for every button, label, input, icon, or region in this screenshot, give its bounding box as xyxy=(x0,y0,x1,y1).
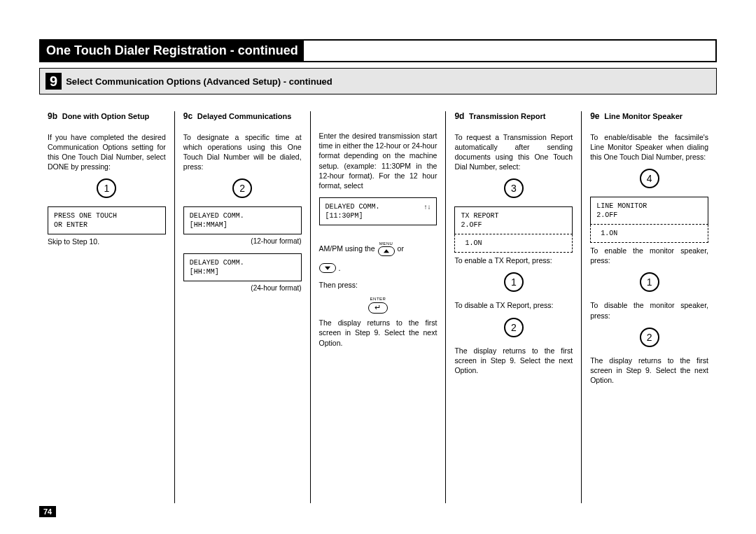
col-title-9d: 9d Transmission Report xyxy=(454,111,573,122)
enter-button-icon xyxy=(368,302,388,314)
text: The display returns to the first screen … xyxy=(590,356,708,386)
keypad-2-icon: 2 xyxy=(504,318,524,337)
text: To enable/disable the facsimile's Line M… xyxy=(590,132,708,162)
text: To designate a specific time at which op… xyxy=(183,132,302,172)
format-caption: (12-hour format) xyxy=(183,237,302,245)
text: AM/PM using the MENU or xyxy=(319,241,438,256)
text: To request a Transmission Report automat… xyxy=(454,132,573,172)
column-9d: 9d Transmission Report To request a Tran… xyxy=(446,111,581,503)
column-9b: 9b Done with Option Setup If you have co… xyxy=(39,111,174,503)
column-9e: 9e Line Monitor Speaker To enable/disabl… xyxy=(582,111,717,503)
lcd-display-hidden: 1.ON xyxy=(590,225,708,243)
updown-arrows-icon: ↑↓ xyxy=(424,202,430,220)
text: To disable the monitor speaker, press: xyxy=(590,300,708,320)
text: Enter the desired transmission start tim… xyxy=(319,131,438,190)
column-9c: 9c Delayed Communications To designate a… xyxy=(175,111,310,503)
text: Then press: xyxy=(319,280,438,290)
menu-label: MENU xyxy=(379,241,393,246)
enter-label: ENTER xyxy=(319,297,438,301)
keypad-1-icon: 1 xyxy=(97,178,116,198)
page-title: One Touch Dialer Registration - continue… xyxy=(41,41,304,61)
lcd-display: PRESS ONE TOUCH OR ENTER xyxy=(48,206,166,234)
lcd-display: DELAYED COMM. [HH:MM] xyxy=(183,253,302,281)
text: The display returns to the first screen … xyxy=(319,318,438,348)
text: To enable a TX Report, press: xyxy=(454,255,573,265)
lcd-display: DELAYED COMM. [HH:MMAM] xyxy=(183,206,302,234)
keypad-2-icon: 2 xyxy=(640,328,659,347)
page-title-bar: One Touch Dialer Registration - continue… xyxy=(39,39,717,62)
keypad-3-icon: 3 xyxy=(504,178,524,198)
subheader-text: Select Communication Options (Advanced S… xyxy=(66,76,332,87)
content-columns: 9b Done with Option Setup If you have co… xyxy=(39,111,717,503)
keypad-2-icon: 2 xyxy=(232,178,252,198)
lcd-display: TX REPORT 2.OFF xyxy=(454,206,573,234)
text: The display returns to the first screen … xyxy=(454,346,573,376)
keypad-1-icon: 1 xyxy=(640,272,659,292)
down-button-icon xyxy=(319,263,336,273)
text: To disable a TX Report, press: xyxy=(454,300,573,310)
lcd-display-hidden: 1.ON xyxy=(454,234,573,253)
manual-page: One Touch Dialer Registration - continue… xyxy=(0,0,756,524)
note: Skip to Step 10. xyxy=(48,237,166,246)
col-title-9e: 9e Line Monitor Speaker xyxy=(590,111,708,122)
format-caption: (24-hour format) xyxy=(183,284,302,292)
column-9c-cont: Enter the desired transmission start tim… xyxy=(311,111,446,503)
up-button-icon xyxy=(378,246,395,256)
text: To enable the monitor speaker, press: xyxy=(590,246,708,265)
keypad-1-icon: 1 xyxy=(504,272,524,292)
section-subheader: 9 Select Communication Options (Advanced… xyxy=(39,68,717,94)
keypad-4-icon: 4 xyxy=(640,169,659,188)
col-title-9b: 9b Done with Option Setup xyxy=(48,111,166,122)
text: If you have completed the desired Commun… xyxy=(48,132,166,172)
page-number: 74 xyxy=(39,506,56,517)
lcd-display: DELAYED COMM. [11:30PM]↑↓ xyxy=(319,197,438,225)
lcd-display: LINE MONITOR 2.OFF xyxy=(590,197,708,225)
col-title-9c: 9c Delayed Communications xyxy=(183,111,302,122)
step-number: 9 xyxy=(46,73,62,90)
